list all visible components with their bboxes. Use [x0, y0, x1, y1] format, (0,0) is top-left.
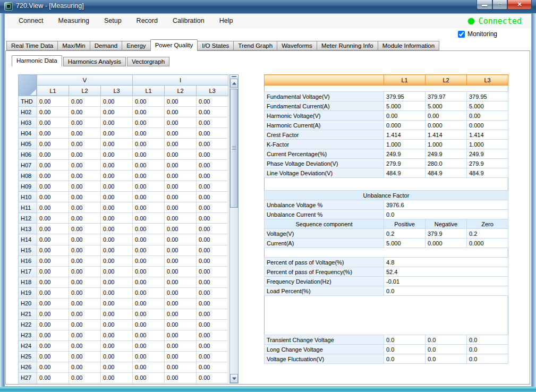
corner-triangle-icon	[30, 89, 36, 95]
phase-header-l1-3: L1	[133, 86, 165, 96]
vertical-scrollbar[interactable]	[229, 74, 239, 384]
summary-value: 0.0	[384, 335, 426, 345]
tab-power-quality[interactable]: Power Quality	[150, 39, 198, 51]
row-label-h19: H19	[19, 287, 37, 298]
harmonic-cell: 0.00	[37, 340, 69, 351]
subtab-vectorgraph[interactable]: Vectorgraph	[127, 57, 169, 66]
harmonic-cell: 0.00	[197, 107, 228, 117]
harmonic-cell: 0.00	[133, 202, 165, 213]
harmonic-cell: 0.00	[69, 96, 101, 107]
summary-row-long-change-voltage: Long Change Voltage0.00.00.0	[265, 345, 508, 354]
harmonic-cell: 0.00	[69, 181, 101, 192]
harmonic-row-h11: H110.000.000.000.000.000.00	[19, 202, 228, 213]
tab-module-information[interactable]: Module Information	[378, 41, 439, 50]
harmonic-row-h02: H020.000.000.000.000.000.00	[19, 107, 228, 117]
harmonic-row-h03: H030.000.000.000.000.000.00	[19, 117, 228, 128]
harmonic-cell: 0.00	[101, 213, 133, 224]
window-right-frame	[532, 13, 536, 387]
menu-items: ConnectMeasuringSetupRecordCalibrationHe…	[5, 14, 531, 28]
tab-waveforms[interactable]: Waveforms	[277, 41, 317, 50]
menu-item-help[interactable]: Help	[212, 14, 241, 28]
tab-meter-running-info[interactable]: Meter Running Info	[317, 41, 378, 50]
menu-item-calibration[interactable]: Calibration	[165, 14, 212, 28]
monitoring-checkbox[interactable]	[458, 31, 465, 38]
harmonic-cell: 0.00	[101, 372, 133, 383]
menu-item-record[interactable]: Record	[129, 14, 165, 28]
summary-label: Frequency Deviation(Hz)	[265, 277, 384, 286]
summary-value: 5.000	[384, 238, 426, 248]
monitoring-label: Monitoring	[467, 30, 497, 38]
harmonic-cell: 0.00	[197, 149, 228, 160]
main-tabstrip: Real Time DataMax/MinDemandEnergyPower Q…	[6, 39, 439, 51]
summary-col-l3: L3	[467, 75, 508, 86]
summary-row-fundamental-current-a: Fundamental Current(A)5.0005.0005.000	[265, 101, 508, 111]
harmonic-cell: 0.00	[69, 372, 101, 383]
subtab-harmonics-analysis[interactable]: Harmonics Analysis	[63, 57, 126, 66]
harmonic-row-h06: H060.000.000.000.000.000.00	[19, 149, 228, 160]
summary-value: 379.95	[467, 92, 508, 101]
harmonic-cell: 0.00	[197, 266, 228, 277]
harmonic-cell: 0.00	[101, 117, 133, 128]
tab-energy[interactable]: Energy	[122, 41, 150, 50]
harmonic-row-h27: H270.000.000.000.000.000.00	[19, 372, 228, 383]
summary-value: 1.414	[426, 130, 467, 140]
subtab-harmonic-data[interactable]: Harmonic Data	[12, 55, 62, 66]
harmonic-cell: 0.00	[69, 117, 101, 128]
tab-real-time-data[interactable]: Real Time Data	[6, 41, 58, 50]
harmonic-row-h10: H100.000.000.000.000.000.00	[19, 192, 228, 202]
harmonic-cell: 0.00	[133, 224, 165, 234]
menu-item-setup[interactable]: Setup	[97, 14, 129, 28]
harmonic-cell: 0.00	[69, 351, 101, 362]
harmonic-cell: 0.00	[37, 245, 69, 255]
harmonic-cell: 0.00	[165, 245, 197, 255]
summary-label: Line Voltage Deviation(V)	[265, 168, 384, 178]
harmonic-cell: 0.00	[165, 319, 197, 330]
summary-value: 4.8	[384, 258, 508, 267]
connection-status: Connected	[468, 16, 522, 26]
tab-i-o-states[interactable]: I/O States	[197, 41, 234, 50]
summary-label: Fundamental Current(A)	[265, 101, 384, 111]
scroll-down-button[interactable]	[230, 374, 238, 383]
harmonic-cell: 0.00	[37, 139, 69, 149]
up-arrow-icon	[232, 82, 236, 84]
close-button[interactable]: ✕	[507, 0, 532, 10]
summary-row-percent-of-pass-of-frequency: Percent of pass of Frequency(%)52.4	[265, 267, 508, 277]
scrollbar-thumb[interactable]	[230, 89, 238, 208]
minimize-button[interactable]: ▬	[477, 0, 492, 10]
summary-value: 0.0	[426, 354, 467, 364]
harmonic-cell: 0.00	[133, 128, 165, 139]
row-label-h15: H15	[19, 245, 37, 255]
menu-item-measuring[interactable]: Measuring	[51, 14, 97, 28]
summary-value: 3976.6	[384, 200, 508, 210]
harmonic-cell: 0.00	[101, 171, 133, 181]
harmonic-cell: 0.00	[101, 234, 133, 245]
gap-cell	[265, 178, 508, 191]
summary-label: Transient Change Voltage	[265, 335, 384, 345]
harmonic-row-h15: H150.000.000.000.000.000.00	[19, 245, 228, 255]
scroll-up-button[interactable]	[230, 79, 238, 88]
row-label-h17: H17	[19, 266, 37, 277]
summary-value: 0.00	[467, 111, 508, 121]
section-label: Unbalance Factor	[265, 191, 508, 200]
harmonic-cell: 0.00	[165, 298, 197, 309]
harmonic-cell: 0.00	[197, 224, 228, 234]
tab-max-min[interactable]: Max/Min	[57, 41, 90, 50]
tab-demand[interactable]: Demand	[90, 41, 122, 50]
subheader-negative: Negative	[426, 219, 467, 229]
tab-trend-graph[interactable]: Trend Graph	[233, 41, 277, 50]
summary-row-line-voltage-deviation-v: Line Voltage Deviation(V)484.9484.9484.9	[265, 168, 508, 178]
harmonic-cell: 0.00	[69, 160, 101, 171]
summary-value: 0.000	[426, 121, 467, 130]
maximize-button[interactable]: □	[492, 0, 507, 10]
harmonic-cell: 0.00	[37, 96, 69, 107]
summary-value: 279.9	[467, 159, 508, 168]
harmonic-cell: 0.00	[101, 224, 133, 234]
summary-col-l2: L2	[426, 75, 467, 86]
summary-value: 0.2	[467, 229, 508, 238]
gap-cell	[265, 248, 508, 258]
summary-label: Unbalance Voltage %	[265, 200, 384, 210]
summary-label: K-Factor	[265, 140, 384, 149]
summary-label: Percent of pass of Frequency(%)	[265, 267, 384, 277]
menu-item-connect[interactable]: Connect	[11, 14, 51, 28]
harmonic-cell: 0.00	[133, 171, 165, 181]
